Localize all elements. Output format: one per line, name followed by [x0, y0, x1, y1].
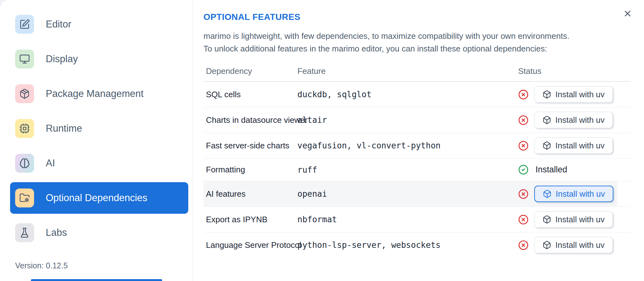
sidebar-item-label: Editor — [46, 19, 71, 30]
not-installed-icon — [518, 140, 529, 151]
table-row: Export as IPYNB nbformat Install with uv — [203, 206, 631, 232]
install-with-uv-button[interactable]: Install with uv — [534, 112, 613, 128]
installed-check-icon — [518, 164, 529, 175]
feature-cell: duckdb, sqlglot — [295, 85, 471, 104]
install-button-label: Install with uv — [555, 215, 605, 224]
install-with-uv-button[interactable]: Install with uv — [534, 186, 613, 202]
install-button-label: Install with uv — [555, 90, 605, 99]
package-box-icon — [542, 215, 551, 224]
status-cell: Install with uv — [471, 181, 631, 206]
package-box-icon — [542, 90, 551, 99]
column-header-feature: Feature — [295, 63, 471, 81]
cpu-icon — [15, 119, 34, 138]
settings-dialog: Editor Display Package Management Runtim… — [0, 0, 644, 281]
dependency-cell: Formatting — [203, 160, 295, 179]
dependency-cell: Language Server Protocol — [203, 236, 295, 254]
sidebar-item-label: Labs — [46, 227, 67, 238]
sidebar-item-label: Runtime — [46, 123, 82, 134]
table-row: Charts in datasource viewer altair Insta… — [203, 107, 631, 133]
sidebar-bottom-highlight — [31, 279, 162, 281]
not-installed-icon — [518, 214, 529, 225]
sidebar-item-label: AI — [46, 158, 55, 169]
table-row: SQL cells duckdb, sqlglot Install with u… — [203, 81, 631, 107]
dependency-cell: Export as IPYNB — [203, 210, 295, 229]
sidebar-item-runtime[interactable]: Runtime — [10, 113, 188, 144]
install-button-label: Install with uv — [556, 189, 605, 199]
sidebar-item-label: Package Management — [46, 88, 143, 99]
installed-label: Installed — [536, 165, 567, 175]
table-row: Language Server Protocol python-lsp-serv… — [203, 232, 631, 258]
package-icon — [15, 84, 34, 103]
install-with-uv-button[interactable]: Install with uv — [534, 137, 613, 154]
package-box-icon — [542, 141, 551, 150]
install-button-label: Install with uv — [555, 141, 605, 151]
status-cell: Install with uv — [471, 232, 631, 258]
feature-cell: python-lsp-server, websockets — [295, 236, 471, 254]
sidebar-item-label: Display — [46, 53, 78, 65]
install-button-label: Install with uv — [555, 240, 605, 250]
sidebar-item-editor[interactable]: Editor — [10, 9, 188, 40]
install-button-label: Install with uv — [555, 115, 605, 125]
sidebar-item-package-management[interactable]: Package Management — [10, 78, 188, 110]
page-title: OPTIONAL FEATURES — [203, 12, 631, 22]
dependency-cell: Fast server-side charts — [203, 136, 295, 155]
sidebar-item-label: Optional Dependencies — [46, 192, 147, 204]
not-installed-icon — [518, 189, 529, 199]
flask-icon — [15, 223, 34, 242]
feature-cell: nbformat — [295, 210, 471, 229]
table-row: Fast server-side charts vegafusion, vl-c… — [203, 133, 631, 158]
brain-icon — [15, 154, 34, 173]
dependency-cell: SQL cells — [203, 85, 295, 104]
table-row: Formatting ruff Installed — [203, 158, 631, 181]
status-cell: Install with uv — [471, 107, 631, 133]
not-installed-icon — [518, 115, 529, 125]
install-with-uv-button[interactable]: Install with uv — [534, 211, 613, 228]
optional-features-panel: OPTIONAL FEATURES marimo is lightweight,… — [193, 0, 644, 281]
dependency-cell: Charts in datasource viewer — [203, 111, 295, 129]
monitor-icon — [15, 50, 34, 69]
description-line: To unlock additional features in the mar… — [203, 42, 631, 55]
feature-cell: openai — [295, 185, 471, 203]
description-line: marimo is lightweight, with few dependen… — [203, 30, 631, 42]
not-installed-icon — [518, 240, 529, 250]
status-cell: Installed — [471, 158, 631, 181]
close-button[interactable] — [621, 8, 634, 20]
status-cell: Install with uv — [471, 207, 631, 232]
column-header-status: Status — [471, 63, 631, 81]
table-row: AI features openai Install with uv — [203, 181, 631, 206]
description: marimo is lightweight, with few dependen… — [203, 30, 631, 55]
feature-cell: altair — [295, 111, 471, 129]
status-cell: Install with uv — [471, 82, 631, 107]
dependency-cell: AI features — [203, 185, 295, 203]
not-installed-icon — [518, 89, 529, 100]
feature-cell: vegafusion, vl-convert-python — [295, 136, 471, 155]
package-box-icon — [543, 189, 552, 198]
package-box-icon — [542, 116, 551, 124]
sidebar-item-ai[interactable]: AI — [10, 147, 188, 179]
status-cell: Install with uv — [471, 133, 631, 158]
sidebar-item-labs[interactable]: Labs — [10, 217, 188, 248]
sidebar-item-optional-dependencies[interactable]: Optional Dependencies — [10, 182, 188, 214]
sidebar-item-display[interactable]: Display — [10, 43, 188, 75]
install-with-uv-button[interactable]: Install with uv — [534, 237, 613, 253]
feature-cell: ruff — [295, 161, 471, 179]
close-icon — [623, 9, 632, 19]
dependencies-table: Dependency Feature Status SQL cells duck… — [203, 63, 631, 258]
folder-cog-icon — [15, 188, 34, 207]
column-header-dependency: Dependency — [203, 63, 295, 81]
square-pen-icon — [15, 15, 34, 34]
table-header-row: Dependency Feature Status — [203, 63, 631, 81]
version-label: Version: 0.12.5 — [15, 261, 68, 270]
install-with-uv-button[interactable]: Install with uv — [534, 86, 613, 103]
package-box-icon — [542, 241, 551, 249]
settings-sidebar: Editor Display Package Management Runtim… — [0, 0, 193, 281]
